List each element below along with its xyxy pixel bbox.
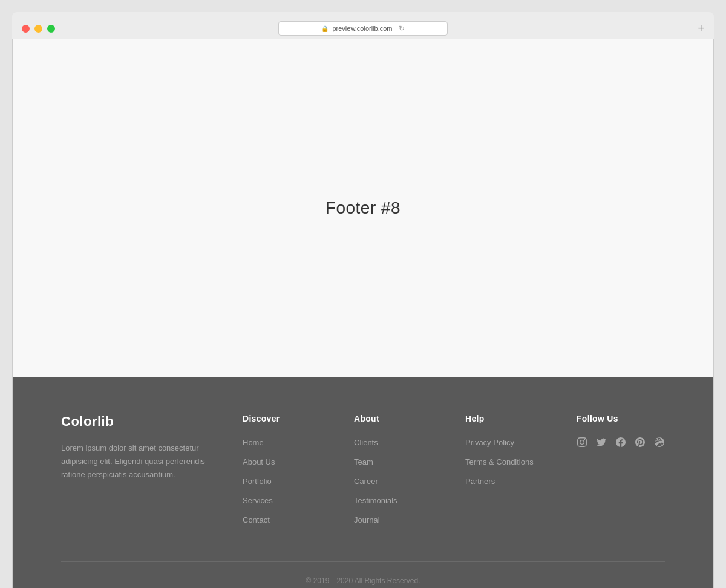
twitter-icon[interactable]	[596, 437, 607, 448]
footer-col-about: About Clients Team Career Testimonials J…	[354, 414, 427, 525]
list-item: Clients	[354, 437, 427, 448]
list-item: Partners	[465, 475, 538, 486]
link-partners[interactable]: Partners	[465, 477, 495, 486]
list-item: Contact	[243, 514, 315, 525]
about-links: Clients Team Career Testimonials Journal	[354, 437, 427, 525]
footer-brand: Colorlib Lorem ipsum dolor sit amet cons…	[61, 414, 243, 525]
col-help-title: Help	[465, 414, 538, 423]
list-item: Testimonials	[354, 495, 427, 506]
col-about-title: About	[354, 414, 427, 423]
footer: Colorlib Lorem ipsum dolor sit amet cons…	[13, 377, 713, 588]
link-home[interactable]: Home	[243, 438, 264, 447]
link-services[interactable]: Services	[243, 496, 273, 505]
outer-wrapper: 🔒 preview.colorlib.com ↻ + Footer #8 Col…	[0, 0, 726, 588]
link-team[interactable]: Team	[354, 457, 373, 466]
dribbble-icon[interactable]	[654, 437, 665, 448]
help-links: Privacy Policy Terms & Conditions Partne…	[465, 437, 538, 486]
list-item: About Us	[243, 456, 315, 467]
list-item: Team	[354, 456, 427, 467]
page-content-area: Footer #8	[13, 39, 713, 377]
footer-col-discover: Discover Home About Us Portfolio Service…	[243, 414, 315, 525]
list-item: Services	[243, 495, 315, 506]
link-career[interactable]: Career	[354, 477, 378, 486]
list-item: Journal	[354, 514, 427, 525]
link-terms-conditions[interactable]: Terms & Conditions	[465, 457, 534, 466]
link-journal[interactable]: Journal	[354, 515, 380, 524]
link-privacy-policy[interactable]: Privacy Policy	[465, 438, 514, 447]
brand-name: Colorlib	[61, 414, 218, 430]
address-bar[interactable]: 🔒 preview.colorlib.com ↻	[278, 21, 448, 36]
list-item: Career	[354, 475, 427, 486]
traffic-light-minimize[interactable]	[34, 25, 42, 33]
lock-icon: 🔒	[321, 25, 329, 32]
footer-col-follow: Follow Us	[577, 414, 665, 525]
footer-top: Colorlib Lorem ipsum dolor sit amet cons…	[61, 414, 665, 562]
link-testimonials[interactable]: Testimonials	[354, 496, 397, 505]
page-title: Footer #8	[325, 198, 401, 218]
pinterest-icon[interactable]	[635, 437, 646, 448]
new-tab-button[interactable]: +	[698, 23, 704, 34]
link-portfolio[interactable]: Portfolio	[243, 477, 272, 486]
facebook-icon[interactable]	[615, 437, 626, 448]
traffic-light-close[interactable]	[22, 25, 30, 33]
link-about-us[interactable]: About Us	[243, 457, 275, 466]
link-contact[interactable]: Contact	[243, 515, 270, 524]
browser-window: Footer #8 Colorlib Lorem ipsum dolor sit…	[12, 39, 714, 588]
list-item: Privacy Policy	[465, 437, 538, 448]
link-clients[interactable]: Clients	[354, 438, 378, 447]
brand-description: Lorem ipsum dolor sit amet consectetur a…	[61, 442, 218, 482]
list-item: Portfolio	[243, 475, 315, 486]
reload-icon[interactable]: ↻	[399, 24, 405, 33]
copyright-text: © 2019—2020 All Rights Reserved.	[61, 577, 665, 585]
col-follow-title: Follow Us	[577, 414, 665, 423]
traffic-light-maximize[interactable]	[47, 25, 55, 33]
list-item: Home	[243, 437, 315, 448]
instagram-icon[interactable]	[577, 437, 587, 448]
url-text: preview.colorlib.com	[332, 25, 392, 32]
footer-columns: Discover Home About Us Portfolio Service…	[243, 414, 665, 525]
list-item: Terms & Conditions	[465, 456, 538, 467]
browser-chrome: 🔒 preview.colorlib.com ↻ +	[12, 12, 714, 39]
col-discover-title: Discover	[243, 414, 315, 423]
footer-bottom: © 2019—2020 All Rights Reserved.	[61, 562, 665, 588]
discover-links: Home About Us Portfolio Services Contact	[243, 437, 315, 525]
footer-col-help: Help Privacy Policy Terms & Conditions P…	[465, 414, 538, 525]
social-icons	[577, 437, 665, 448]
